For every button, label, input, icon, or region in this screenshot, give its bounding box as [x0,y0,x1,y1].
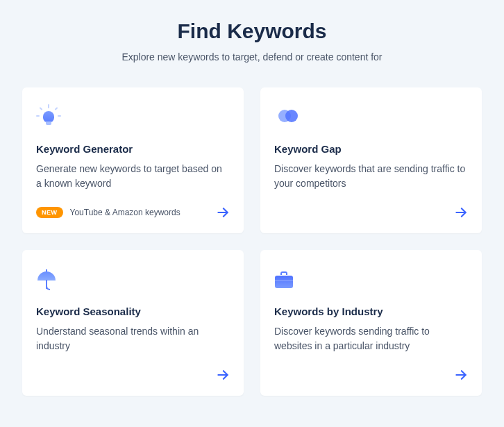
card-keyword-seasonality[interactable]: Keyword Seasonality Understand seasonal … [22,250,244,396]
arrow-right-icon [454,206,468,219]
card-title: Keywords by Industry [274,305,468,317]
new-badge: NEW [36,207,63,218]
venn-icon [274,103,468,131]
lightbulb-icon [36,103,230,131]
card-keywords-by-industry[interactable]: Keywords by Industry Discover keywords s… [260,250,482,396]
card-title: Keyword Generator [36,143,230,155]
card-title: Keyword Gap [274,143,468,155]
card-description: Discover keywords sending traffic to web… [274,324,468,355]
page-title: Find Keywords [22,19,482,43]
cards-grid: Keyword Generator Generate new keywords … [22,87,482,396]
umbrella-icon [36,265,230,293]
briefcase-icon [274,265,468,293]
card-badge-area: NEW YouTube & Amazon keywords [36,207,216,218]
card-description: Understand seasonal trends within an ind… [36,324,230,355]
badge-text: YouTube & Amazon keywords [70,208,217,217]
page-subtitle: Explore new keywords to target, defend o… [22,51,482,62]
card-description: Discover keywords that are sending traff… [274,162,468,193]
arrow-right-icon [216,368,230,382]
card-keyword-gap[interactable]: Keyword Gap Discover keywords that are s… [260,87,482,233]
arrow-right-icon [216,206,230,219]
arrow-right-icon [454,368,468,382]
card-keyword-generator[interactable]: Keyword Generator Generate new keywords … [22,87,244,233]
card-title: Keyword Seasonality [36,305,230,317]
page-header: Find Keywords Explore new keywords to ta… [22,19,482,62]
card-description: Generate new keywords to target based on… [36,162,230,193]
